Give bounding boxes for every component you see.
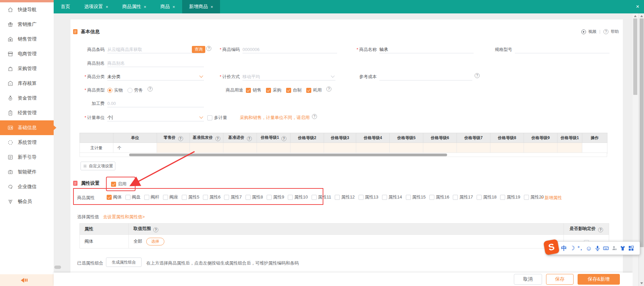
user-icon[interactable]: [611, 245, 617, 251]
product-type-help-icon[interactable]: [148, 87, 153, 92]
goto-set-attr-values-link[interactable]: 去设置属性和属性值>: [103, 214, 145, 220]
price-level-5-cell[interactable]: [390, 143, 423, 154]
help-icon[interactable]: [215, 136, 220, 141]
price-level-3-cell[interactable]: [324, 143, 356, 154]
sidebar-item-sales[interactable]: 销售管理: [0, 32, 54, 47]
price-level-6-cell[interactable]: [423, 143, 457, 154]
attribute-checkbox[interactable]: 属性14: [382, 193, 402, 201]
attribute-checkbox[interactable]: 属性6: [203, 193, 220, 201]
reference-cost-input[interactable]: [379, 73, 472, 80]
skin-shirt-icon[interactable]: [620, 245, 626, 251]
attribute-checkbox[interactable]: 属性5: [182, 193, 199, 201]
help-icon[interactable]: [247, 136, 252, 141]
sidebar-item-operations[interactable]: 经营管理: [0, 106, 54, 120]
sidebar-item-smart-hardware[interactable]: 智能硬件: [0, 165, 54, 179]
attribute-checkbox[interactable]: 阀盘: [125, 193, 141, 201]
tab-products[interactable]: 商品 ×: [153, 0, 182, 13]
radio-physical[interactable]: 实物: [107, 87, 123, 94]
attribute-checkbox[interactable]: 阀杆: [144, 193, 159, 201]
usage-checkbox-purchase[interactable]: 采购: [266, 87, 281, 94]
tab-home[interactable]: 首页: [54, 0, 77, 13]
attribute-checkbox[interactable]: 属性7: [224, 193, 241, 201]
hscrollbar-thumb[interactable]: [129, 154, 447, 156]
barcode-input[interactable]: 从云端商品库获取 查询: [107, 46, 204, 53]
close-all-icon[interactable]: ×: [633, 0, 643, 13]
help-icon[interactable]: [281, 136, 286, 141]
product-name-input[interactable]: 轴承: [379, 46, 474, 53]
tab-options[interactable]: 选项设置 ×: [77, 0, 115, 13]
unit-warning-help-icon[interactable]: [312, 114, 317, 119]
custom-fields-button[interactable]: 自定义项设置: [80, 162, 115, 170]
product-usage-help-icon[interactable]: [326, 87, 331, 92]
select-values-button[interactable]: 选择: [146, 238, 164, 245]
radio-service[interactable]: 劳务: [127, 87, 143, 94]
unit-cell[interactable]: 个: [113, 143, 157, 154]
attribute-checkbox[interactable]: 属性18: [477, 193, 496, 201]
sogou-logo-icon[interactable]: S: [543, 239, 560, 255]
sidebar-item-purchasing[interactable]: 采购管理: [0, 61, 54, 76]
usage-checkbox-sale[interactable]: 销售: [246, 87, 261, 94]
microphone-icon[interactable]: [595, 245, 600, 251]
sidebar-collapse-bar[interactable]: [0, 274, 54, 286]
multi-unit-checkbox[interactable]: 多计量: [207, 114, 227, 121]
attribute-checkbox[interactable]: 阀体: [107, 193, 122, 201]
enable-checkbox[interactable]: 启用: [111, 180, 126, 188]
sidebar-item-basic-info[interactable]: 基础信息: [0, 120, 54, 135]
attribute-checkbox[interactable]: 属性15: [406, 193, 426, 201]
usage-checkbox-self-made[interactable]: 自制: [286, 87, 302, 94]
retail-price-cell[interactable]: [157, 143, 190, 154]
save-button[interactable]: 保存: [546, 274, 574, 285]
attribute-checkbox[interactable]: 属性8: [246, 193, 263, 201]
price-level-4-cell[interactable]: [356, 143, 390, 154]
category-select[interactable]: 未分类: [107, 73, 204, 80]
tab-product-attributes[interactable]: 商品属性 ×: [115, 0, 154, 13]
pricing-method-select[interactable]: 移动平均: [243, 73, 335, 80]
scroll-down-icon[interactable]: [640, 282, 643, 284]
price-table-hscrollbar[interactable]: [79, 153, 607, 157]
content-vscrollbar-thumb[interactable]: [633, 18, 637, 95]
unit-input[interactable]: 个: [107, 114, 204, 121]
reference-cost-help-icon[interactable]: [475, 73, 480, 78]
help-icon[interactable]: [153, 227, 158, 232]
usage-checkbox-consume[interactable]: 耗用: [306, 87, 322, 94]
attribute-checkbox[interactable]: 属性12: [335, 193, 355, 201]
window-vscrollbar-thumb[interactable]: [640, 18, 644, 247]
attribute-checkbox[interactable]: 阀座: [163, 193, 178, 201]
tab-new-product[interactable]: 新增商品 ×: [182, 0, 220, 13]
price-level-8-cell[interactable]: [490, 143, 524, 154]
save-and-new-button[interactable]: 保存&新增: [578, 274, 620, 285]
help-icon[interactable]: [598, 227, 603, 232]
toolbox-grid-icon[interactable]: [628, 245, 634, 251]
attribute-checkbox[interactable]: 属性17: [453, 193, 473, 201]
attribute-checkbox[interactable]: 属性19: [500, 193, 520, 201]
wholesale-price-cell[interactable]: [190, 143, 223, 154]
generate-combo-button[interactable]: 生成属性组合: [106, 258, 142, 267]
query-button[interactable]: 查询: [192, 46, 205, 53]
sidebar-item-vip-member[interactable]: 畅会员: [0, 194, 54, 209]
attribute-checkbox[interactable]: 属性13: [359, 193, 378, 201]
barcode-help-icon[interactable]: [206, 46, 211, 51]
purchase-price-cell[interactable]: [223, 143, 257, 154]
attribute-checkbox[interactable]: 属性9: [267, 193, 284, 201]
processing-fee-input[interactable]: 0.00: [107, 100, 204, 107]
smiley-icon[interactable]: ☺: [586, 245, 592, 251]
attribute-checkbox[interactable]: 属性16: [429, 193, 449, 201]
sidebar-item-quick-nav[interactable]: 快捷导航: [0, 2, 54, 17]
tab-close-icon[interactable]: ×: [144, 4, 147, 9]
punctuation-icon[interactable]: °，: [578, 246, 583, 250]
help-link[interactable]: 帮助: [611, 29, 619, 35]
tab-close-icon[interactable]: ×: [211, 4, 213, 9]
sidebar-item-marketing[interactable]: 营销推广: [0, 17, 54, 32]
spec-model-input[interactable]: [515, 46, 609, 53]
alias-input[interactable]: 商品别名: [107, 60, 204, 67]
price-level-2-cell[interactable]: [290, 143, 324, 154]
sidebar-item-inventory[interactable]: 库存核算: [0, 76, 54, 91]
price-level-9-cell[interactable]: [524, 143, 557, 154]
ime-language-icon[interactable]: 中: [561, 245, 567, 251]
price-level-7-cell[interactable]: [457, 143, 490, 154]
moon-icon[interactable]: ☽: [570, 245, 575, 251]
add-attribute-link[interactable]: + 新增属性: [541, 195, 562, 201]
keyboard-icon[interactable]: [603, 245, 609, 251]
tab-close-icon[interactable]: ×: [172, 4, 175, 9]
price-level-10-cell[interactable]: [557, 143, 582, 154]
